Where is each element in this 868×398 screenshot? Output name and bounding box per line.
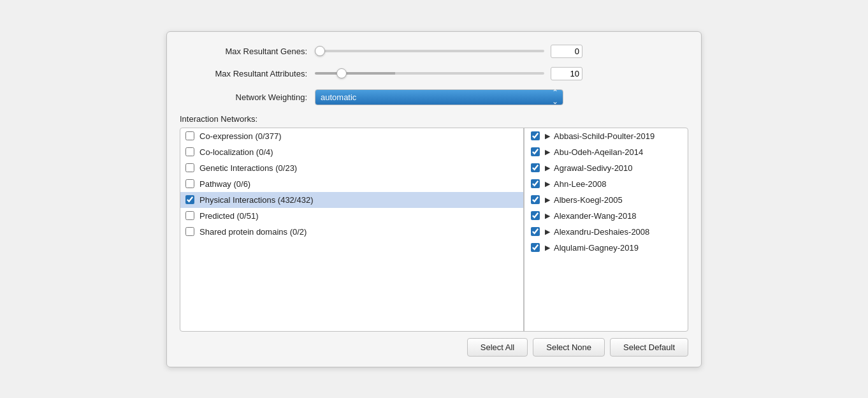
list-item[interactable]: ▶ Abu-Odeh-Aqeilan-2014 [524,144,688,160]
bottom-bar: Select All Select None Select Default [180,338,688,357]
predicted-checkbox[interactable] [185,211,194,220]
expand-icon: ▶ [545,148,550,156]
expand-icon: ▶ [545,244,550,252]
expand-icon: ▶ [545,164,550,172]
max-attributes-label: Max Resultant Attributes: [180,69,307,78]
max-attributes-row: Max Resultant Attributes: 10 [180,67,688,80]
r7-label: Alexandru-Deshaies-2008 [554,227,649,237]
r8-label: Alqulami-Gagney-2019 [554,243,639,253]
max-genes-slider-container: 0 [315,45,688,58]
r3-checkbox[interactable] [531,163,540,172]
max-attributes-input[interactable]: 10 [551,67,582,80]
genetic-checkbox[interactable] [185,163,194,172]
r7-checkbox[interactable] [531,227,540,236]
interaction-networks-label: Interaction Networks: [180,114,688,124]
list-item[interactable]: Co-expression (0/377) [180,128,523,144]
r1-label: Abbasi-Schild-Poulter-2019 [554,131,655,141]
r2-label: Abu-Odeh-Aqeilan-2014 [554,147,643,157]
list-item[interactable]: ▶ Albers-Koegl-2005 [524,192,688,208]
shared-label: Shared protein domains (0/2) [199,227,307,237]
max-genes-label: Max Resultant Genes: [180,47,307,56]
coloc-label: Co-localization (0/4) [199,147,273,157]
shared-checkbox[interactable] [185,227,194,236]
coexp-label: Co-expression (0/377) [199,131,282,141]
list-item[interactable]: ▶ Alexander-Wang-2018 [524,208,688,224]
network-weighting-row: Network Weighting: automatic equal netwo… [180,89,688,105]
expand-icon: ▶ [545,196,550,204]
list-item[interactable]: ▶ Alqulami-Gagney-2019 [524,240,688,256]
list-item[interactable]: Shared protein domains (0/2) [180,224,523,240]
list-item[interactable]: Pathway (0/6) [180,176,523,192]
list-item[interactable]: Co-localization (0/4) [180,144,523,160]
r5-checkbox[interactable] [531,195,540,204]
physical-label: Physical Interactions (432/432) [199,195,313,205]
coexp-checkbox[interactable] [185,131,194,140]
max-genes-row: Max Resultant Genes: 0 [180,45,688,58]
list-item[interactable]: Physical Interactions (432/432) [180,192,523,208]
r8-checkbox[interactable] [531,243,540,252]
expand-icon: ▶ [545,212,550,220]
main-panel: Max Resultant Genes: 0 Max Resultant Att… [166,31,702,367]
expand-icon: ▶ [545,132,550,140]
select-all-button[interactable]: Select All [467,338,528,357]
select-none-button[interactable]: Select None [533,338,605,357]
list-item[interactable]: ▶ Ahn-Lee-2008 [524,176,688,192]
r4-label: Ahn-Lee-2008 [554,179,606,189]
r2-checkbox[interactable] [531,147,540,156]
max-attributes-slider[interactable] [315,72,544,75]
list-item[interactable]: ▶ Abbasi-Schild-Poulter-2019 [524,128,688,144]
max-attributes-slider-container: 10 [315,67,688,80]
select-default-button[interactable]: Select Default [610,338,688,357]
coloc-checkbox[interactable] [185,147,194,156]
network-weighting-wrapper: automatic equal network type ⌃⌄ [315,89,563,105]
r3-label: Agrawal-Sedivy-2010 [554,163,633,173]
networks-area: Co-expression (0/377) Co-localization (0… [180,128,688,332]
list-item[interactable]: ▶ Agrawal-Sedivy-2010 [524,160,688,176]
max-genes-input[interactable]: 0 [551,45,582,58]
r6-checkbox[interactable] [531,211,540,220]
predicted-label: Predicted (0/51) [199,211,259,221]
left-network-panel: Co-expression (0/377) Co-localization (0… [180,128,524,331]
r4-checkbox[interactable] [531,179,540,188]
network-weighting-label: Network Weighting: [180,92,307,102]
network-weighting-select[interactable]: automatic equal network type [315,89,563,105]
genetic-label: Genetic Interactions (0/23) [199,163,297,173]
pathway-checkbox[interactable] [185,179,194,188]
list-item[interactable]: Predicted (0/51) [180,208,523,224]
expand-icon: ▶ [545,228,550,236]
list-item[interactable]: ▶ Alexandru-Deshaies-2008 [524,224,688,240]
r1-checkbox[interactable] [531,131,540,140]
list-item[interactable]: Genetic Interactions (0/23) [180,160,523,176]
max-genes-slider[interactable] [315,50,544,52]
pathway-label: Pathway (0/6) [199,179,250,189]
r5-label: Albers-Koegl-2005 [554,195,623,205]
expand-icon: ▶ [545,180,550,188]
physical-checkbox[interactable] [185,195,194,204]
right-network-panel: ▶ Abbasi-Schild-Poulter-2019 ▶ Abu-Odeh-… [524,128,688,331]
r6-label: Alexander-Wang-2018 [554,211,637,221]
